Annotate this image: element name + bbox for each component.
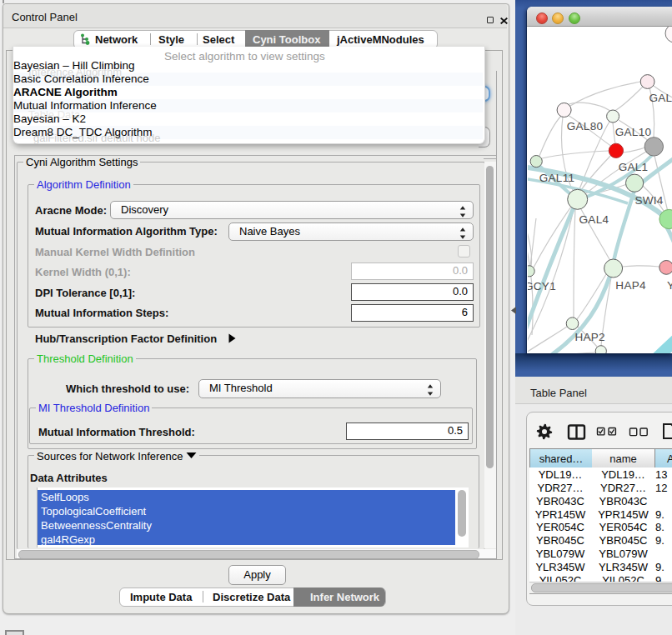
svg-text:HAP4: HAP4 xyxy=(615,279,646,292)
svg-text:SWI4: SWI4 xyxy=(634,194,663,207)
svg-text:GAL4: GAL4 xyxy=(579,213,609,226)
svg-text:GAL10: GAL10 xyxy=(615,126,652,138)
svg-text:GAL11: GAL11 xyxy=(539,172,575,184)
svg-text:GAL8: GAL8 xyxy=(649,92,672,104)
svg-text:GCY1: GCY1 xyxy=(528,280,556,292)
svg-text:GAL80: GAL80 xyxy=(567,120,604,132)
svg-text:YM: YM xyxy=(667,279,672,292)
svg-text:HAP2: HAP2 xyxy=(574,331,604,343)
svg-text:GAL1: GAL1 xyxy=(619,161,649,173)
